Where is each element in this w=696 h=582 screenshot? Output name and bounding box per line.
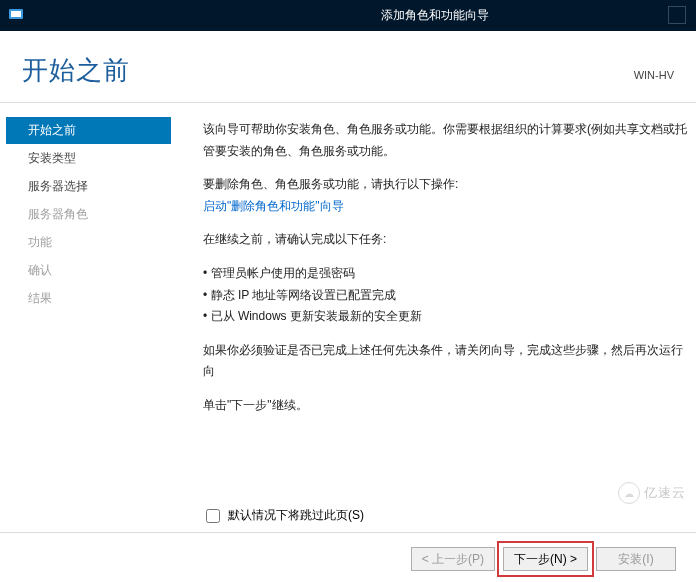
sidebar-step-server-roles: 服务器角色 <box>20 201 171 228</box>
sidebar-item-label: 服务器角色 <box>28 207 88 221</box>
sidebar-item-label: 服务器选择 <box>28 179 88 193</box>
sidebar-item-label: 开始之前 <box>28 123 76 137</box>
tasks-heading: 在继续之前，请确认完成以下任务: <box>203 229 692 251</box>
list-item: 已从 Windows 更新安装最新的安全更新 <box>203 306 692 328</box>
intro-text: 该向导可帮助你安装角色、角色服务或功能。你需要根据组织的计算要求(例如共享文档或… <box>203 119 692 162</box>
titlebar-spacer <box>668 6 686 24</box>
sidebar-item-label: 确认 <box>28 263 52 277</box>
sidebar-step-install-type[interactable]: 安装类型 <box>20 145 171 172</box>
wizard-content: 该向导可帮助你安装角色、角色服务或功能。你需要根据组织的计算要求(例如共享文档或… <box>175 103 696 499</box>
skip-page-label: 默认情况下将跳过此页(S) <box>228 507 364 524</box>
continue-note: 单击"下一步"继续。 <box>203 395 692 417</box>
skip-page-checkbox[interactable] <box>206 509 220 523</box>
list-item: 管理员帐户使用的是强密码 <box>203 263 692 285</box>
previous-button: < 上一步(P) <box>411 547 495 571</box>
install-button: 安装(I) <box>596 547 676 571</box>
sidebar-item-label: 安装类型 <box>28 151 76 165</box>
verify-note: 如果你必须验证是否已完成上述任何先决条件，请关闭向导，完成这些步骤，然后再次运行… <box>203 340 692 383</box>
next-button[interactable]: 下一步(N) > <box>503 547 588 571</box>
sidebar-step-features: 功能 <box>20 229 171 256</box>
wizard-steps-sidebar: 开始之前 安装类型 服务器选择 服务器角色 功能 确认 结果 <box>0 103 175 499</box>
window-title: 添加角色和功能向导 <box>381 7 489 24</box>
remove-heading: 要删除角色、角色服务或功能，请执行以下操作: <box>203 177 458 191</box>
sidebar-step-server-selection[interactable]: 服务器选择 <box>20 173 171 200</box>
sidebar-step-before-begin[interactable]: 开始之前 <box>20 117 171 144</box>
target-server-name: WIN-HV <box>634 69 674 81</box>
skip-page-row: 默认情况下将跳过此页(S) <box>0 499 696 532</box>
svg-rect-1 <box>11 11 21 17</box>
remove-roles-link[interactable]: 启动"删除角色和功能"向导 <box>203 199 344 213</box>
sidebar-step-confirm: 确认 <box>20 257 171 284</box>
wizard-button-bar: < 上一步(P) 下一步(N) > 安装(I) <box>0 532 696 582</box>
window-titlebar: 添加角色和功能向导 <box>0 0 696 31</box>
page-title: 开始之前 <box>22 53 130 88</box>
sidebar-item-label: 结果 <box>28 291 52 305</box>
list-item: 静态 IP 地址等网络设置已配置完成 <box>203 285 692 307</box>
sidebar-step-results: 结果 <box>20 285 171 312</box>
wizard-body: 开始之前 安装类型 服务器选择 服务器角色 功能 确认 结果 该向导可帮助你安装… <box>0 103 696 499</box>
app-icon <box>8 7 24 23</box>
wizard-header: 开始之前 WIN-HV <box>0 31 696 103</box>
sidebar-item-label: 功能 <box>28 235 52 249</box>
prerequisite-task-list: 管理员帐户使用的是强密码 静态 IP 地址等网络设置已配置完成 已从 Windo… <box>203 263 692 328</box>
